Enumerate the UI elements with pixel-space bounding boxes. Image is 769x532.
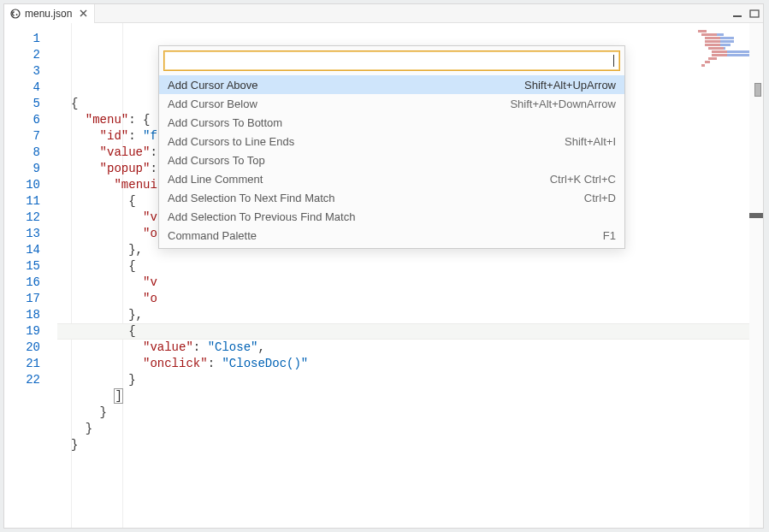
editor-window: menu.json 123456789101112131415161718192… xyxy=(3,3,764,529)
command-palette-list: Add Cursor AboveShift+Alt+UpArrowAdd Cur… xyxy=(159,75,624,248)
line-number: 6 xyxy=(4,112,57,128)
line-number: 5 xyxy=(4,96,57,112)
code-line[interactable]: { xyxy=(57,323,763,340)
command-palette-item[interactable]: Command PaletteF1 xyxy=(159,226,624,245)
command-palette-item-label: Add Cursors To Bottom xyxy=(168,116,282,129)
line-number: 7 xyxy=(4,128,57,145)
code-line[interactable]: "onclick": "CloseDoc()" xyxy=(57,356,763,372)
line-number: 13 xyxy=(4,226,57,242)
code-line[interactable]: } xyxy=(57,437,763,453)
command-palette-item[interactable]: Add Cursors To Bottom xyxy=(159,113,624,132)
code-line[interactable]: }, xyxy=(57,307,763,323)
command-palette-item-label: Add Selection To Next Find Match xyxy=(168,192,335,204)
command-palette-item[interactable]: Add Cursor AboveShift+Alt+UpArrow xyxy=(159,75,624,94)
command-palette-item-label: Add Cursor Above xyxy=(168,79,258,92)
command-palette-item-shortcut: Ctrl+D xyxy=(584,192,616,204)
minimize-button[interactable] xyxy=(729,6,746,21)
command-palette-item-shortcut: Shift+Alt+UpArrow xyxy=(524,79,616,92)
scrollbar-thumb[interactable] xyxy=(754,83,761,97)
tab-title: menu.json xyxy=(25,8,72,20)
line-number: 12 xyxy=(4,210,57,226)
command-palette-item-shortcut: Ctrl+K Ctrl+C xyxy=(550,173,616,186)
command-palette: Add Cursor AboveShift+Alt+UpArrowAdd Cur… xyxy=(158,45,625,249)
line-number: 8 xyxy=(4,145,57,161)
command-palette-item[interactable]: Add Selection To Previous Find Match xyxy=(159,207,624,226)
command-palette-item-label: Command Palette xyxy=(168,229,257,242)
code-line[interactable]: } xyxy=(57,405,763,421)
text-cursor xyxy=(613,55,614,67)
line-number: 11 xyxy=(4,193,57,210)
line-number: 18 xyxy=(4,307,57,323)
svg-rect-3 xyxy=(750,10,759,17)
command-palette-item-shortcut: Shift+Alt+I xyxy=(565,135,616,148)
line-number: 16 xyxy=(4,275,57,291)
command-palette-item[interactable]: Add Selection To Next Find MatchCtrl+D xyxy=(159,188,624,207)
command-palette-item-label: Add Selection To Previous Find Match xyxy=(168,210,355,223)
line-number: 20 xyxy=(4,340,57,356)
minimap[interactable] xyxy=(698,30,749,73)
line-number: 19 xyxy=(4,323,57,340)
line-number: 2 xyxy=(4,47,57,63)
code-line[interactable]: } xyxy=(57,421,763,437)
command-palette-item-label: Add Cursors to Line Ends xyxy=(168,135,294,148)
file-json-icon xyxy=(9,8,21,20)
command-palette-item-label: Add Line Comment xyxy=(168,173,263,186)
tab-file[interactable]: menu.json xyxy=(4,4,95,23)
command-palette-item[interactable]: Add Cursor BelowShift+Alt+DownArrow xyxy=(159,94,624,113)
line-number: 1 xyxy=(4,31,57,47)
code-line[interactable]: } xyxy=(57,372,763,388)
command-palette-item-label: Add Cursor Below xyxy=(168,98,257,110)
command-palette-input-wrap xyxy=(163,50,620,71)
code-line[interactable]: "value": "Close", xyxy=(57,340,763,356)
maximize-button[interactable] xyxy=(746,6,763,21)
line-number: 21 xyxy=(4,356,57,372)
command-palette-item[interactable]: Add Cursors To Top xyxy=(159,151,624,169)
svg-point-1 xyxy=(16,14,18,15)
tab-bar: menu.json xyxy=(4,4,763,23)
command-palette-item-label: Add Cursors To Top xyxy=(168,154,265,167)
svg-rect-2 xyxy=(733,15,742,17)
command-palette-item-shortcut: F1 xyxy=(603,229,616,242)
command-palette-item-shortcut: Shift+Alt+DownArrow xyxy=(510,98,616,110)
line-number: 15 xyxy=(4,258,57,275)
command-palette-input[interactable] xyxy=(169,55,613,68)
line-number: 9 xyxy=(4,161,57,177)
line-number: 3 xyxy=(4,63,57,80)
code-line[interactable]: { xyxy=(57,258,763,275)
line-number: 4 xyxy=(4,80,57,96)
code-line[interactable]: ] xyxy=(57,388,763,405)
command-palette-item[interactable]: Add Line CommentCtrl+K Ctrl+C xyxy=(159,169,624,188)
line-number-gutter: 12345678910111213141516171819202122 xyxy=(4,23,57,528)
command-palette-item[interactable]: Add Cursors to Line EndsShift+Alt+I xyxy=(159,132,624,151)
line-number: 17 xyxy=(4,291,57,307)
line-number: 10 xyxy=(4,177,57,193)
code-line[interactable]: "v xyxy=(57,275,763,291)
close-icon[interactable] xyxy=(77,8,89,20)
code-line[interactable]: "o xyxy=(57,291,763,307)
line-number: 14 xyxy=(4,242,57,258)
line-number: 22 xyxy=(4,372,57,388)
